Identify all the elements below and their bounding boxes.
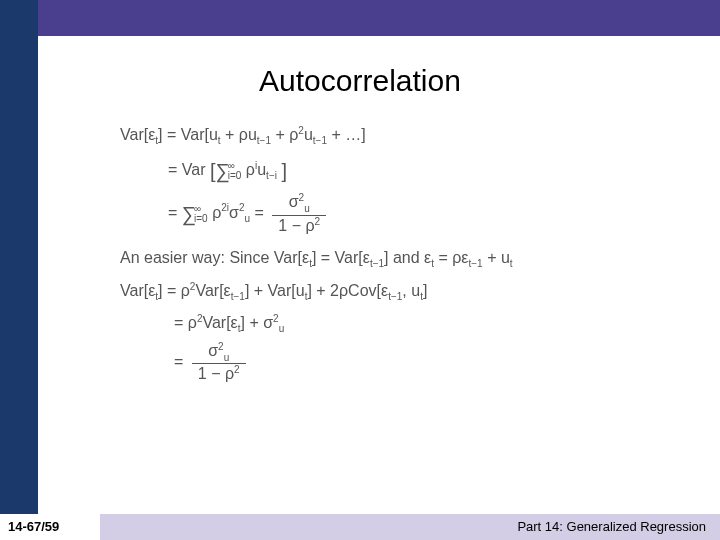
top-accent-bar: [0, 0, 720, 36]
eq-line-5: Var[εt] = ρ2Var[εt−1] + Var[ut] + 2ρCov[…: [120, 276, 640, 306]
equation-block: Var[εt] = Var[ut + ρut−1 + ρ2ut−1 + …] =…: [120, 120, 640, 386]
eq-line-3: = ∑∞i=0 ρ2iσ2u = σ2u 1 − ρ2: [120, 192, 640, 235]
eq-line-2: = Var [∑∞i=0 ρiut−i ]: [120, 152, 640, 190]
slide-title: Autocorrelation: [0, 64, 720, 98]
page-number: 14-67/59: [0, 514, 100, 540]
footer: 14-67/59 Part 14: Generalized Regression: [0, 514, 720, 540]
slide: Autocorrelation Var[εt] = Var[ut + ρut−1…: [0, 0, 720, 540]
eq-line-1: Var[εt] = Var[ut + ρut−1 + ρ2ut−1 + …]: [120, 120, 640, 150]
eq-line-7: = σ2u 1 − ρ2: [120, 341, 640, 384]
eq-line-4: An easier way: Since Var[εt] = Var[εt−1]…: [120, 243, 640, 273]
eq-line-6: = ρ2Var[εt] + σ2u: [120, 308, 640, 338]
part-label: Part 14: Generalized Regression: [100, 514, 720, 540]
